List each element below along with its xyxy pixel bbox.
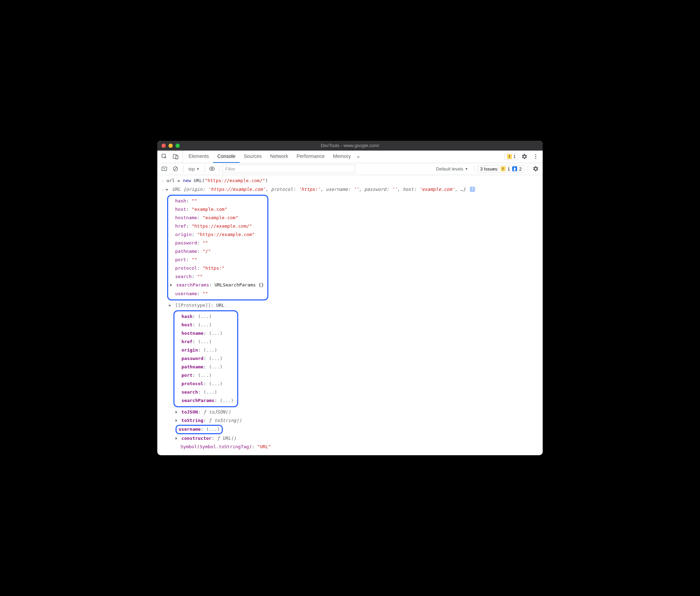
prop-key: search [181,389,198,395]
disclosure-triangle-icon[interactable] [176,411,177,414]
prop-key: toJSON [181,409,198,415]
toolbar-separator [183,165,184,172]
prop-value: "https:" [203,265,225,271]
panel-tabs: Elements Console Sources Network Perform… [184,151,362,163]
console-result-row[interactable]: ‹ URL {origin: 'https://example.com', pr… [157,185,543,194]
proto-prop-row[interactable]: host: (...) [177,321,234,329]
maximize-button[interactable] [176,144,180,148]
device-toolbar-icon[interactable] [171,152,180,161]
info-icon: ▮ [512,166,517,171]
prop-key: host [181,322,192,327]
toolbar-separator [528,165,528,172]
chevron-down-icon: ▼ [196,167,200,171]
prop-row[interactable]: username: "" [170,290,264,298]
prop-key: toString [181,418,204,423]
prop-key: searchParams [181,398,214,403]
prop-row[interactable]: hash: "" [170,197,264,205]
context-selector[interactable]: top ▼ [186,166,202,172]
prompt-icon: › [159,176,166,185]
log-levels-select[interactable]: Default levels ▼ [433,166,471,172]
proto-prop-row[interactable]: searchParams: (...) [177,396,234,405]
proto-prop-row[interactable]: search: (...) [177,388,234,396]
function-glyph: ƒ [209,418,212,423]
prop-row[interactable]: password: "" [170,239,264,247]
proto-method-row[interactable]: toJSON: ƒ toJSON() [157,408,543,416]
prop-key: constructor [181,436,212,441]
prop-key: hash [181,314,192,319]
prop-row[interactable]: protocol: "https:" [170,264,264,272]
disclosure-triangle-icon[interactable] [176,419,177,422]
prop-row[interactable]: origin: "https://example.com" [170,230,264,239]
toolbar-separator [205,165,205,172]
prop-row[interactable]: hostname: "example.com" [170,214,264,222]
prop-row[interactable]: pathname: "/" [170,247,264,256]
prop-row[interactable]: host: "example.com" [170,205,264,214]
tab-console[interactable]: Console [213,151,239,163]
proto-prop-row[interactable]: origin: (...) [177,346,234,354]
summary-key: username: [326,187,353,192]
more-tabs-button[interactable]: » [355,151,362,163]
prop-row[interactable]: href: "https://example.com/" [170,222,264,230]
devtools-tabbar: Elements Console Sources Network Perform… [157,151,543,163]
console-input-row[interactable]: › url = new URL("https://example.com/") [157,176,543,185]
proto-constructor-row[interactable]: constructor: ƒ URL() [157,434,543,443]
traffic-lights [157,144,180,148]
prop-row[interactable]: search: "" [170,272,264,281]
disclosure-triangle-icon[interactable] [176,437,177,440]
clear-console-icon[interactable] [171,164,180,174]
symbol-value: "URL" [257,444,271,449]
tab-network[interactable]: Network [266,151,292,163]
proto-prop-row[interactable]: port: (...) [177,371,234,380]
proto-prop-row[interactable]: hash: (...) [177,312,234,321]
prop-value: "" [203,240,208,245]
prototype-label: [[Prototype]] [175,303,211,308]
issues-label: 3 Issues: [480,166,499,172]
proto-username-row[interactable]: username: (...) [157,425,543,434]
prop-key: hostname [175,215,197,220]
filter-input[interactable] [222,165,355,173]
prop-key: host [175,207,186,212]
prop-value: (...) [198,314,212,319]
toggle-sidebar-icon[interactable] [159,164,169,174]
symbol-row[interactable]: Symbol(Symbol.toStringTag): "URL" [157,443,543,451]
log-levels-label: Default levels [436,166,464,172]
issues-button[interactable]: 3 Issues: ! 1 ▮ 2 [477,165,525,173]
prop-value: (...) [204,389,217,395]
disclosure-triangle-icon[interactable] [165,189,168,191]
minimize-button[interactable] [169,144,173,148]
info-badge-icon[interactable]: i [470,187,475,192]
inspect-element-icon[interactable] [159,152,169,161]
proto-prop-row[interactable]: pathname: (...) [177,363,234,371]
prop-row[interactable]: port: "" [170,256,264,264]
prop-row[interactable]: searchParams: URLSearchParams {} [170,281,264,289]
disclosure-triangle-icon[interactable] [170,284,172,286]
prop-value: "/" [203,249,211,254]
prop-key: username [175,291,197,296]
prototype-row[interactable]: [[Prototype]]: URL [157,301,543,310]
warning-icon: ! [501,166,506,171]
kebab-menu-icon[interactable] [531,152,541,161]
settings-icon[interactable] [520,152,529,161]
proto-props-highlight: hash: (...)host: (...)hostname: (...)hre… [173,310,238,408]
prototype-class: URL [216,303,224,308]
prop-value: (...) [198,339,212,344]
close-button[interactable] [162,144,166,148]
prop-key: password [175,240,197,245]
proto-prop-row[interactable]: hostname: (...) [177,329,234,338]
disclosure-triangle-icon[interactable] [168,305,171,306]
proto-method-row[interactable]: toString: ƒ toString() [157,416,543,425]
prop-value: "https://example.com/" [192,223,252,229]
top-warning-badge[interactable]: ! 1 [505,153,518,160]
tab-performance[interactable]: Performance [292,151,329,163]
proto-prop-row[interactable]: protocol: (...) [177,380,234,388]
tab-elements[interactable]: Elements [184,151,213,163]
proto-prop-row[interactable]: href: (...) [177,338,234,346]
tab-memory[interactable]: Memory [329,151,355,163]
symbol-key: Symbol(Symbol.toStringTag) [180,444,252,449]
prop-value: (...) [220,398,234,403]
tab-sources[interactable]: Sources [240,151,266,163]
live-expression-icon[interactable] [208,166,216,172]
proto-prop-row[interactable]: password: (...) [177,354,234,363]
console-settings-icon[interactable] [531,164,541,174]
prop-value: (...) [209,364,222,369]
